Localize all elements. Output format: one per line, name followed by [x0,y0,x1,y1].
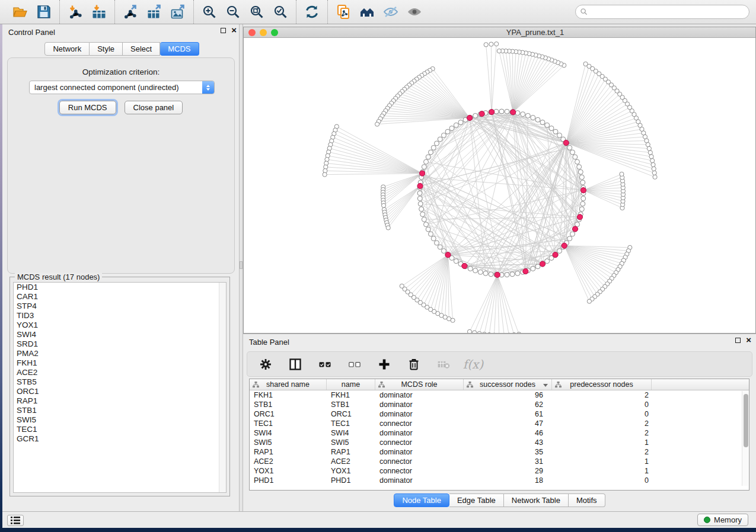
vertical-splitter[interactable] [239,24,243,511]
float-panel-icon[interactable] [221,28,226,33]
export-table-button[interactable] [142,2,166,22]
mcds-result-item[interactable]: RAP1 [14,396,226,406]
clone-network-button[interactable] [331,2,355,22]
table-scrollbar[interactable] [742,391,748,486]
import-table-button[interactable] [87,2,111,22]
column-label: successor nodes [480,380,535,389]
mcds-result-item[interactable]: SWI5 [14,415,226,425]
tab-motifs[interactable]: Motifs [569,493,605,507]
mcds-result-item[interactable]: SRD1 [14,339,226,349]
tab-edge-table[interactable]: Edge Table [449,493,504,507]
show-all-button[interactable] [403,2,426,22]
open-session-button[interactable] [8,2,32,22]
mcds-result-item[interactable]: STB1 [14,406,226,415]
mcds-list-scrollbar[interactable] [219,283,226,492]
table-row[interactable]: YOX1YOX1connector291 [250,466,749,476]
table-row[interactable]: ACE2ACE2connector311 [250,457,749,466]
refresh-button[interactable] [300,2,324,22]
hide-selected-button[interactable] [379,2,403,22]
first-neighbors-button[interactable] [355,2,379,22]
select-all-button[interactable] [317,357,333,371]
table-panel: Table Panel × f(x) shared namenameMCDS r… [243,334,756,511]
table-row[interactable]: RAP1RAP1dominator352 [250,447,749,457]
column-header-successor-nodes[interactable]: successor nodes [464,379,552,390]
table-options-button[interactable] [258,357,273,371]
zoom-fit-button[interactable] [245,2,269,22]
criterion-dropdown[interactable]: largest connected component (undirected) [29,81,215,94]
minimize-window-icon[interactable] [260,29,267,36]
column-header-MCDS-role[interactable]: MCDS role [375,379,464,390]
tab-select[interactable]: Select [123,42,160,56]
close-table-panel-icon[interactable]: × [746,337,751,343]
network-graph[interactable] [244,38,755,333]
column-header-predecessor-nodes[interactable]: predecessor nodes [552,379,652,390]
table-cell: FKH1 [250,390,327,400]
mcds-result-item[interactable]: STB5 [14,377,226,387]
save-icon [36,4,52,20]
column-label: MCDS role [401,380,437,389]
import-network-icon [68,4,83,20]
deselect-all-button[interactable] [347,357,362,371]
mcds-result-item[interactable]: YOX1 [14,321,226,330]
table-row[interactable]: SWI4SWI4dominator462 [250,428,749,438]
tab-node-table[interactable]: Node Table [394,493,449,507]
table-cell: connector [375,419,464,428]
save-session-button[interactable] [32,2,56,22]
delete-column-button[interactable] [406,357,422,371]
mcds-result-item[interactable]: ORC1 [14,387,226,396]
column-selector-button[interactable] [288,357,303,371]
column-header-name[interactable]: name [327,379,375,390]
export-network-button[interactable] [119,2,142,22]
close-panel-icon[interactable]: × [231,27,237,33]
sort-desc-icon [543,384,548,387]
mcds-result-item[interactable]: CAR1 [14,292,226,302]
table-scrollbar-thumb[interactable] [744,394,748,447]
node-table: shared namenameMCDS rolesuccessor nodesp… [249,379,749,491]
table-row[interactable]: TEC1TEC1connector472 [250,419,749,428]
table-row[interactable]: STB1STB1dominator620 [250,400,749,409]
mcds-result-item[interactable]: PMA2 [14,349,226,358]
close-panel-button[interactable]: Close panel [125,101,183,114]
memory-button[interactable]: Memory [697,514,748,526]
tab-network-table[interactable]: Network Table [504,493,569,507]
zoom-selected-button[interactable] [269,2,292,22]
mcds-result-item[interactable]: STP4 [14,302,226,311]
mcds-result-item[interactable]: SWI4 [14,330,226,339]
zoom-in-button[interactable] [197,2,221,22]
splitter-grip[interactable] [240,261,243,269]
zoom-out-button[interactable] [221,2,245,22]
import-network-button[interactable] [63,2,87,22]
search-input[interactable] [591,8,749,17]
tab-style[interactable]: Style [90,42,123,56]
task-history-button[interactable] [7,515,24,526]
mcds-result-item[interactable]: GCR1 [14,434,226,444]
table-cell: dominator [375,390,464,400]
search-box [575,5,749,19]
export-image-button[interactable] [166,2,190,22]
network-window-titlebar[interactable]: YPA_prune.txt_1 [244,27,755,38]
network-canvas[interactable] [244,38,755,333]
run-mcds-button[interactable]: Run MCDS [59,101,116,114]
maximize-window-icon[interactable] [271,29,278,36]
mcds-result-list[interactable]: PHD1CAR1STP4TID3YOX1SWI4SRD1PMA2FKH1ACE2… [13,282,227,493]
tab-network[interactable]: Network [44,42,90,56]
mcds-result-item[interactable]: TEC1 [14,425,226,434]
table-cell: SWI5 [327,438,375,447]
column-label: shared name [266,380,310,389]
column-header-shared-name[interactable]: shared name [250,379,327,390]
table-row[interactable]: PHD1PHD1dominator180 [250,476,749,485]
create-column-button[interactable] [377,357,392,371]
mcds-result-item[interactable]: FKH1 [14,358,226,368]
table-row[interactable]: SWI5SWI5connector431 [250,438,749,447]
control-panel: Control Panel × NetworkStyleSelectMCDS O… [2,24,241,511]
function-builder-button: f(x) [465,357,481,371]
mcds-result-item[interactable]: TID3 [14,311,226,321]
mcds-result-item[interactable]: PHD1 [14,283,226,292]
float-table-panel-icon[interactable] [735,338,741,343]
table-body: FKH1FKH1dominator962STB1STB1dominator620… [250,390,749,485]
close-window-icon[interactable] [248,29,256,36]
table-row[interactable]: ORC1ORC1dominator610 [250,409,749,419]
table-row[interactable]: FKH1FKH1dominator962 [250,390,749,400]
tab-mcds[interactable]: MCDS [160,42,199,56]
mcds-result-item[interactable]: ACE2 [14,368,226,377]
